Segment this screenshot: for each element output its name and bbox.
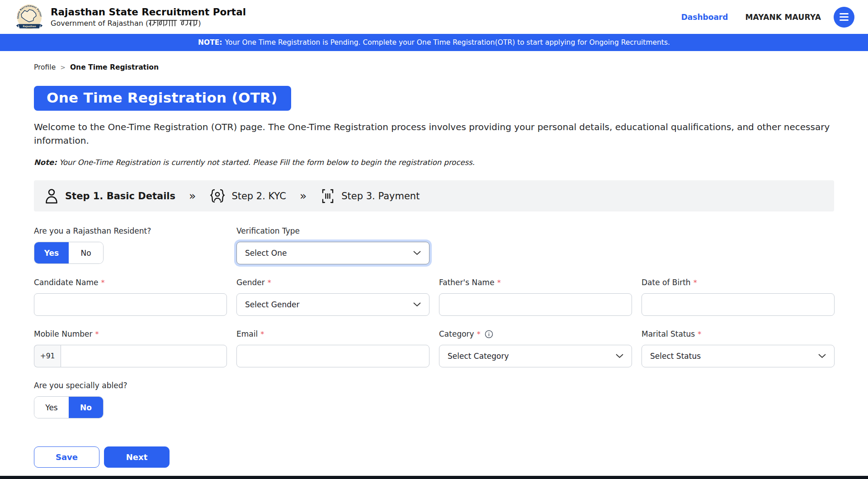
breadcrumb-profile[interactable]: Profile [34, 63, 56, 71]
email-label: Email* [236, 329, 429, 338]
verification-type-value: Select One [245, 249, 287, 258]
chevron-down-icon [413, 251, 421, 255]
required-asterisk: * [95, 330, 99, 338]
required-asterisk: * [101, 278, 104, 287]
breadcrumb-separator: > [60, 64, 66, 71]
next-button[interactable]: Next [104, 446, 170, 468]
marital-status-select[interactable]: Select Status [642, 345, 835, 367]
category-value: Select Category [448, 352, 509, 361]
required-asterisk: * [497, 278, 501, 287]
header: State Recruitment Portal Rajasthan Rajas… [0, 0, 868, 34]
chevron-down-icon [413, 302, 421, 307]
step-1-basic-details: Step 1. Basic Details [44, 187, 175, 205]
note-line: Note: Your One-Time Registration is curr… [34, 158, 834, 167]
required-asterisk: * [477, 330, 481, 338]
note-prefix: Note: [34, 158, 57, 167]
mobile-country-code: +91 [34, 345, 61, 367]
required-asterisk: * [693, 278, 697, 287]
username: MAYANK MAURYA [745, 13, 821, 22]
mobile-number-input[interactable] [61, 345, 227, 367]
resident-yes-button[interactable]: Yes [34, 242, 69, 263]
required-asterisk: * [268, 278, 271, 287]
marital-status-value: Select Status [650, 352, 701, 361]
gender-select[interactable]: Select Gender [236, 293, 429, 316]
dob-input[interactable] [642, 293, 835, 316]
candidate-name-input[interactable] [34, 293, 227, 316]
verification-type-select[interactable]: Select One [236, 242, 429, 264]
step-label: Step 3. Payment [341, 191, 420, 202]
marital-status-label: Marital Status* [642, 329, 835, 338]
step-separator: » [300, 189, 307, 202]
resident-no-button[interactable]: No [69, 242, 103, 263]
steps-bar: Step 1. Basic Details » Step 2. KYC » [34, 180, 834, 211]
resident-toggle: Yes No [34, 242, 104, 264]
step-3-payment: Step 3. Payment [320, 188, 420, 205]
notice-bar: NOTE: Your One Time Registration is Pend… [0, 34, 868, 51]
dob-label: Date of Birth* [642, 278, 835, 287]
welcome-text: Welcome to the One-Time Registration (OT… [34, 120, 834, 147]
svg-text:Rajasthan: Rajasthan [23, 25, 36, 28]
required-asterisk: * [260, 330, 264, 338]
chevron-down-icon [616, 354, 623, 358]
category-select[interactable]: Select Category [439, 345, 632, 367]
category-label: Category* [439, 329, 632, 338]
father-name-input[interactable] [439, 293, 632, 316]
portal-subtitle-english: Government of Rajasthan ( [51, 19, 148, 28]
specially-abled-no-button[interactable]: No [69, 397, 103, 418]
dashboard-link[interactable]: Dashboard [681, 13, 728, 22]
gender-value: Select Gender [245, 300, 300, 309]
page-title-banner: One Time Registration (OTR) [34, 86, 291, 111]
portal-title: Rajasthan State Recruitment Portal [51, 6, 246, 18]
payment-barcode-icon [320, 188, 335, 205]
required-asterisk: * [698, 330, 701, 338]
note-text: Your One-Time Registration is currently … [59, 158, 475, 167]
father-name-label: Father's Name* [439, 278, 632, 287]
hamburger-icon [840, 13, 849, 14]
notice-prefix: NOTE: [198, 38, 222, 47]
chevron-down-icon [818, 354, 826, 358]
portal-subtitle: Government of Rajasthan ( [51, 19, 246, 28]
gender-label: Gender* [236, 278, 429, 287]
step-separator: » [189, 189, 196, 202]
specially-abled-yes-button[interactable]: Yes [34, 397, 69, 418]
step-label: Step 2. KYC [231, 191, 286, 202]
mobile-label: Mobile Number* [34, 329, 227, 338]
email-input[interactable] [236, 345, 429, 367]
resident-label: Are you a Rajasthan Resident? [34, 226, 227, 235]
footer-strip [0, 476, 868, 479]
step-label: Step 1. Basic Details [65, 191, 175, 202]
portal-subtitle-hindi-text [148, 19, 198, 28]
specially-abled-toggle: Yes No [34, 396, 104, 418]
otr-form: Are you a Rajasthan Resident? Yes No Ver… [34, 226, 834, 468]
save-button[interactable]: Save [34, 446, 99, 468]
step-2-kyc: Step 2. KYC [209, 188, 286, 205]
portal-subtitle-close: ) [198, 19, 201, 28]
candidate-name-label: Candidate Name* [34, 278, 227, 287]
category-info-icon[interactable] [485, 330, 493, 338]
breadcrumb: Profile > One Time Registration [34, 63, 834, 71]
notice-text: Your One Time Registration is Pending. C… [225, 38, 670, 47]
hamburger-menu-button[interactable] [834, 7, 854, 28]
person-icon [44, 187, 59, 205]
kyc-scan-icon [209, 188, 226, 205]
specially-abled-label: Are you specially abled? [34, 381, 227, 390]
breadcrumb-current: One Time Registration [70, 63, 159, 71]
portal-logo: State Recruitment Portal Rajasthan [15, 3, 43, 33]
verification-type-label: Verification Type [236, 226, 429, 235]
